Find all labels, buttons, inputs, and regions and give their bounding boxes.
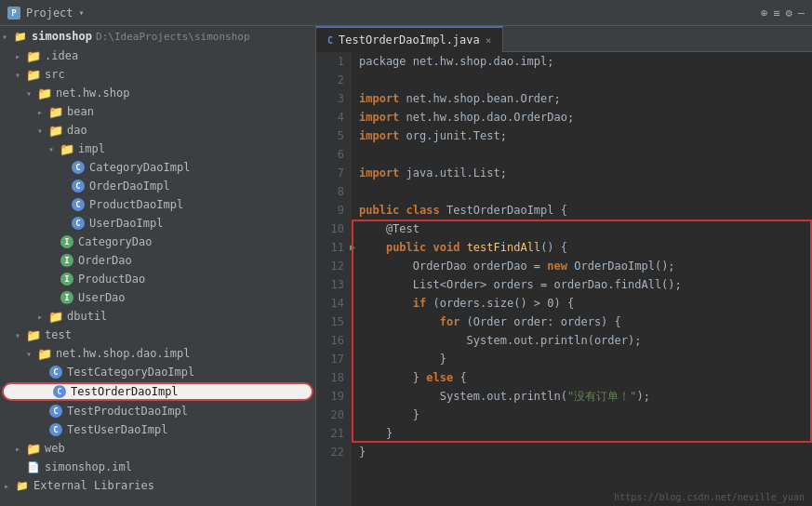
tree-item-label: dbutil xyxy=(67,310,107,323)
code-line-3: import net.hw.shop.bean.Order; xyxy=(359,89,812,108)
project-icon: P xyxy=(7,7,20,20)
root-folder-icon: 📁 xyxy=(13,30,28,43)
title-bar: P Project ▾ ⊕ ≡ ⚙ — xyxy=(0,0,812,26)
tree-item-icon: 📁 xyxy=(48,105,63,118)
title-bar-actions: ⊕ ≡ ⚙ — xyxy=(761,7,805,20)
tree-item-ProductDao[interactable]: IProductDao xyxy=(0,270,315,288)
ext-folder-icon: 📁 xyxy=(15,479,30,492)
token xyxy=(359,294,413,313)
minimize-button[interactable]: — xyxy=(798,7,805,20)
project-sidebar: ▾ 📁 simonshop D:\IdeaProjects\simonshop … xyxy=(0,26,316,506)
line-number-8: 8 xyxy=(316,182,344,201)
token: "没有订单！" xyxy=(567,387,636,406)
tree-item-TestUserDaoImpl[interactable]: CTestUserDaoImpl xyxy=(0,420,315,439)
token: public xyxy=(359,201,399,220)
project-label: Project xyxy=(26,7,73,20)
tree-item-UserDao[interactable]: IUserDao xyxy=(0,288,315,307)
external-libraries-item[interactable]: ▸ 📁 External Libraries xyxy=(0,476,315,495)
token: } xyxy=(359,424,393,443)
line-number-17: 17 xyxy=(316,350,344,368)
tree-item-OrderDaoImpl[interactable]: COrderDaoImpl xyxy=(0,177,315,195)
dropdown-arrow[interactable]: ▾ xyxy=(79,7,85,18)
tree-arrow: ▾ xyxy=(26,88,37,99)
tree-root[interactable]: ▾ 📁 simonshop D:\IdeaProjects\simonshop xyxy=(0,26,315,47)
tab-label: TestOrderDaoImpl.java xyxy=(339,33,480,47)
code-editor[interactable]: 1234567891011▶1213141516171819202122 pac… xyxy=(316,52,812,506)
tree-item-UserDaoImpl[interactable]: CUserDaoImpl xyxy=(0,214,315,233)
tree-item-bean[interactable]: ▸📁bean xyxy=(0,102,315,121)
tree-item-label: net.hw.shop xyxy=(56,87,129,100)
tree-item-CategoryDao[interactable]: ICategoryDao xyxy=(0,233,315,251)
token: { xyxy=(453,368,466,387)
tree-item-icon: C xyxy=(71,198,86,211)
tree-item-TestOrderDaoImpl[interactable]: CTestOrderDaoImpl xyxy=(2,382,313,401)
token xyxy=(359,313,440,331)
editor-tabs: C TestOrderDaoImpl.java × xyxy=(316,26,812,52)
token: org.junit.Test; xyxy=(399,126,507,145)
token xyxy=(399,201,406,220)
tree-item-icon: I xyxy=(60,235,74,248)
token: java.util.List; xyxy=(399,164,507,182)
code-content: package net.hw.shop.dao.impl;import net.… xyxy=(352,52,812,461)
tree-item-dao[interactable]: ▾📁dao xyxy=(0,121,315,140)
tab-close-button[interactable]: × xyxy=(486,34,492,47)
line-number-13: 13 xyxy=(316,275,344,294)
add-button[interactable]: ⊕ xyxy=(761,7,767,20)
tree-item-test[interactable]: ▾📁test xyxy=(0,326,315,344)
line-number-3: 3 xyxy=(316,89,344,108)
settings-button[interactable]: ⚙ xyxy=(786,7,792,20)
line-number-5: 5 xyxy=(316,126,344,145)
tree-item-OrderDao[interactable]: IOrderDao xyxy=(0,251,315,270)
tree-item-simonshop-iml[interactable]: 📄simonshop.iml xyxy=(0,458,315,476)
code-line-10: @Test xyxy=(359,220,812,238)
tree-arrow: ▸ xyxy=(37,312,48,322)
tree-item-icon: I xyxy=(60,273,74,286)
tree-item-icon: C xyxy=(48,366,63,379)
tree-item-dbutil[interactable]: ▸📁dbutil xyxy=(0,307,315,326)
tree-item-impl[interactable]: ▾📁impl xyxy=(0,140,315,158)
code-line-13: List<Order> orders = orderDao.findAll(); xyxy=(359,275,812,294)
tree-item-label: TestCategoryDaoImpl xyxy=(67,366,194,379)
tree-item-TestProductDaoImpl[interactable]: CTestProductDaoImpl xyxy=(0,402,315,420)
ext-label: External Libraries xyxy=(33,479,154,492)
tree-items-container: ▸📁.idea▾📁src▾📁net.hw.shop▸📁bean▾📁dao▾📁im… xyxy=(0,47,315,476)
main-content: ▾ 📁 simonshop D:\IdeaProjects\simonshop … xyxy=(0,26,812,506)
line-number-14: 14 xyxy=(316,294,344,313)
tree-item-label: TestProductDaoImpl xyxy=(67,405,188,418)
tree-item-src[interactable]: ▾📁src xyxy=(0,65,315,84)
layout-button[interactable]: ≡ xyxy=(773,7,779,20)
tree-item-nethwshopdaoimpl[interactable]: ▾📁net.hw.shop.dao.impl xyxy=(0,344,315,363)
tree-arrow: ▸ xyxy=(37,107,48,117)
tree-item-label: UserDao xyxy=(78,291,126,304)
line-number-9: 9 xyxy=(316,201,344,220)
tree-item-icon: 📁 xyxy=(26,328,41,341)
line-numbers: 1234567891011▶1213141516171819202122 xyxy=(316,52,352,506)
line-number-6: 6 xyxy=(316,145,344,164)
code-line-18: } else { xyxy=(359,368,812,387)
tree-item-nethwshop[interactable]: ▾📁net.hw.shop xyxy=(0,84,315,102)
tree-item-CategoryDaoImpl[interactable]: CCategoryDaoImpl xyxy=(0,158,315,177)
line-number-20: 20 xyxy=(316,406,344,424)
token: .println( xyxy=(507,387,567,406)
line-number-10: 10 xyxy=(316,220,344,238)
tab-test-order-dao-impl[interactable]: C TestOrderDaoImpl.java × xyxy=(316,26,503,52)
code-line-1: package net.hw.shop.dao.impl; xyxy=(359,52,812,71)
tree-item-TestCategoryDaoImpl[interactable]: CTestCategoryDaoImpl xyxy=(0,363,315,381)
token: class xyxy=(406,201,440,220)
tree-item-icon: C xyxy=(71,180,86,193)
code-line-5: import org.junit.Test; xyxy=(359,126,812,145)
tree-item-label: TestOrderDaoImpl xyxy=(71,385,179,398)
tree-arrow: ▾ xyxy=(15,330,26,340)
token: } xyxy=(359,406,419,424)
tree-item-web[interactable]: ▸📁web xyxy=(0,439,315,458)
code-line-22: } xyxy=(359,443,812,461)
token xyxy=(459,238,466,257)
code-line-17: } xyxy=(359,350,812,368)
code-line-7: import java.util.List; xyxy=(359,164,812,182)
token: new xyxy=(547,257,567,275)
token: List<Order> orders = orderDao.findAll(); xyxy=(359,275,682,294)
token: () { xyxy=(540,238,567,257)
tree-item-idea[interactable]: ▸📁.idea xyxy=(0,47,315,65)
watermark: https://blog.csdn.net/neville_yuan xyxy=(614,492,805,502)
tree-item-ProductDaoImpl[interactable]: CProductDaoImpl xyxy=(0,195,315,214)
